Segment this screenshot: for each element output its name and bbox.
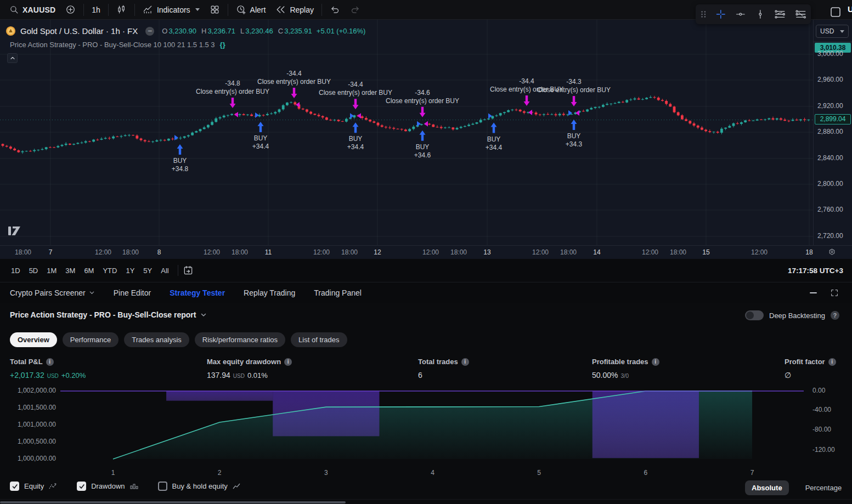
mode-button-absolute[interactable]: Absolute xyxy=(745,480,789,495)
redo-button[interactable] xyxy=(345,2,365,17)
chart-style-button[interactable] xyxy=(111,2,132,17)
checkbox-checked[interactable] xyxy=(10,482,19,491)
range-button-ytd[interactable]: YTD xyxy=(98,264,121,277)
stat-value: 50.00%3/0 xyxy=(592,371,659,380)
marker-label: +34.4 xyxy=(486,144,503,151)
go-to-date-icon[interactable] xyxy=(183,265,194,276)
info-line-tool-icon[interactable] xyxy=(774,8,786,20)
drawdown-axis-label: -120.00 xyxy=(812,446,835,454)
range-button-5y[interactable]: 5Y xyxy=(139,264,156,277)
clock-display[interactable]: 17:17:58 UTC+3 xyxy=(788,267,845,275)
checkbox-unchecked[interactable] xyxy=(158,482,167,491)
time-tick-label: 12 xyxy=(374,248,381,256)
tab-trading-panel[interactable]: Trading Panel xyxy=(314,288,362,297)
horizontal-scrollbar[interactable] xyxy=(0,499,852,504)
checkbox-checked[interactable] xyxy=(77,482,86,491)
candlestick-chart-area[interactable]: BUY+34.8Close entry(s) order BUY-34.8BUY… xyxy=(0,20,813,245)
trend-line-tool-icon[interactable] xyxy=(795,8,806,20)
series-toggles: EquityDrawdownBuy & hold equity xyxy=(10,482,241,491)
range-button-3m[interactable]: 3M xyxy=(61,264,80,277)
indicator-templates-button[interactable] xyxy=(205,2,225,17)
range-button-5d[interactable]: 5D xyxy=(25,264,43,277)
ohlc-key: L xyxy=(240,27,244,35)
deep-backtesting-toggle[interactable] xyxy=(745,310,764,320)
marker-label: +34.4 xyxy=(347,143,364,151)
entry-triangle-icon xyxy=(417,121,421,127)
scrollbar-thumb[interactable] xyxy=(0,501,346,503)
info-icon[interactable]: i xyxy=(461,358,469,366)
toggle-buy-hold-equity[interactable]: Buy & hold equity xyxy=(158,482,241,491)
toggle-drawdown[interactable]: Drawdown xyxy=(77,482,138,491)
replay-button[interactable]: Replay xyxy=(270,2,319,17)
candlestick-chart[interactable]: BUY+34.8Close entry(s) order BUY-34.8BUY… xyxy=(0,20,813,245)
trade-number-label: 5 xyxy=(537,469,541,477)
report-tab-trades-analysis[interactable]: Trades analysis xyxy=(124,332,189,347)
source-code-icon[interactable]: {} xyxy=(220,41,225,49)
tab-crypto-pairs-screener[interactable]: Crypto Pairs Screener xyxy=(10,288,95,297)
hide-symbol-icon[interactable]: – xyxy=(145,27,154,36)
info-icon[interactable]: i xyxy=(828,358,836,366)
layout-square-icon[interactable] xyxy=(829,5,842,19)
crosshair-tool-icon[interactable] xyxy=(715,8,726,20)
range-button-1y[interactable]: 1Y xyxy=(121,264,139,277)
indicators-button[interactable]: Indicators xyxy=(138,2,205,17)
timezone-settings-icon[interactable] xyxy=(827,247,837,257)
exit-triangle-icon xyxy=(424,121,428,127)
vertical-line-tool-icon[interactable] xyxy=(755,8,766,20)
stat-value-main: 6 xyxy=(418,371,422,380)
interval-button[interactable]: 1h xyxy=(87,3,105,16)
price-tick-label: 2,720.00 xyxy=(817,232,843,240)
currency-select[interactable]: USD xyxy=(816,25,849,38)
tab-strategy-tester[interactable]: Strategy Tester xyxy=(170,288,225,297)
marker-label: BUY xyxy=(416,143,430,151)
marker-label: +34.3 xyxy=(566,140,583,148)
report-tab-overview[interactable]: Overview xyxy=(10,332,57,347)
legend-collapse-button[interactable] xyxy=(7,53,18,63)
report-tab-risk-performance-ratios[interactable]: Risk/performance ratios xyxy=(195,332,285,347)
range-button-1d[interactable]: 1D xyxy=(7,264,25,277)
exit-triangle-icon xyxy=(357,113,361,118)
range-button-all[interactable]: All xyxy=(156,264,173,277)
drawdown-bars-icon xyxy=(130,483,138,490)
minimize-panel-icon[interactable] xyxy=(810,292,817,293)
time-tick-label: 12:00 xyxy=(313,248,330,256)
exit-triangle-icon xyxy=(528,110,532,115)
ohlc-value: 3,230.46 xyxy=(245,27,273,35)
alert-button[interactable]: Alert xyxy=(231,2,271,17)
tradingview-logo[interactable] xyxy=(8,225,25,237)
range-button-6m[interactable]: 6M xyxy=(80,264,98,277)
info-icon[interactable]: i xyxy=(652,358,659,366)
symbol-search-button[interactable]: XAUUSD xyxy=(4,3,60,16)
report-tab-list-of-trades[interactable]: List of trades xyxy=(291,332,347,347)
price-axis[interactable]: USD 3,010.38 2,899.04 3,000.002,960.002,… xyxy=(813,20,852,245)
last-price-badge[interactable]: 2,899.04 xyxy=(815,114,851,124)
gold-coin-icon xyxy=(5,26,16,36)
bottom-panel-tabs: Crypto Pairs ScreenerPine EditorStrategy… xyxy=(0,282,852,303)
range-button-1m[interactable]: 1M xyxy=(42,264,61,277)
horizontal-line-tool-icon[interactable] xyxy=(735,8,746,20)
time-axis[interactable]: 18:00712:0018:00812:0018:001112:0018:001… xyxy=(0,245,852,259)
marker-label: -34.4 xyxy=(286,70,302,77)
stat-value-main: ∅ xyxy=(785,371,791,380)
report-tab-performance[interactable]: Performance xyxy=(63,332,119,347)
help-icon[interactable]: ? xyxy=(831,311,839,320)
tab-replay-trading[interactable]: Replay Trading xyxy=(244,288,295,297)
compare-add-button[interactable] xyxy=(60,2,81,17)
undo-button[interactable] xyxy=(325,2,345,17)
tab-pine-editor[interactable]: Pine Editor xyxy=(114,288,151,297)
mode-button-percentage[interactable]: Percentage xyxy=(799,480,849,495)
panel-window-controls xyxy=(810,288,842,297)
report-header[interactable]: Price Action Strategy - PRO - Buy-Sell-C… xyxy=(10,310,207,319)
strategy-legend-row[interactable]: Price Action Strategy - PRO - Buy-Sell-C… xyxy=(10,41,225,49)
date-range-bar: 1D5D1M3M6MYTD1Y5YAll 17:17:58 UTC+3 xyxy=(0,259,852,282)
drag-handle-icon[interactable] xyxy=(700,9,707,20)
toggle-equity[interactable]: Equity xyxy=(10,482,57,491)
equity-axis-label: 1,000,000.00 xyxy=(8,455,56,462)
time-tick-label: 12:00 xyxy=(95,248,111,256)
info-icon[interactable]: i xyxy=(46,358,54,366)
trade-number-label: 2 xyxy=(218,469,222,477)
equity-chart[interactable] xyxy=(0,387,852,469)
maximize-panel-icon[interactable] xyxy=(830,288,839,297)
info-icon[interactable]: i xyxy=(284,358,292,366)
symbol-title[interactable]: Gold Spot / U.S. Dollar · 1h · FX xyxy=(20,26,138,36)
